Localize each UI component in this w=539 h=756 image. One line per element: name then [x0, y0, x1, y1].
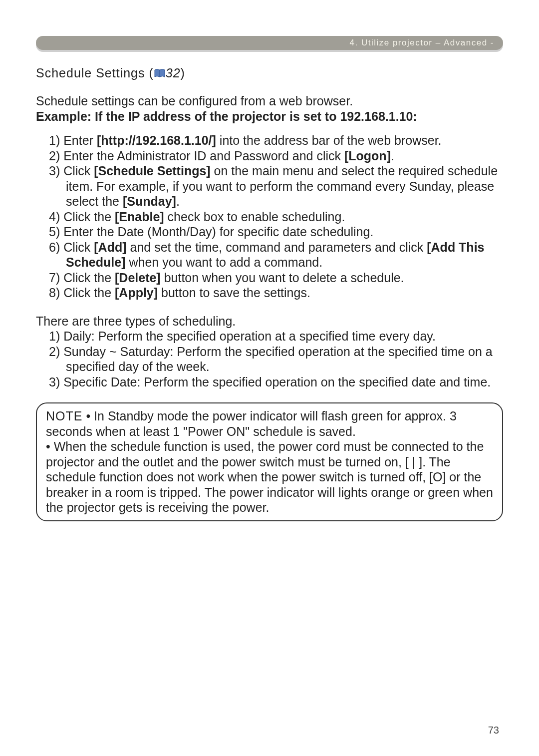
- manual-page: 4. Utilize projector – Advanced - Schedu…: [0, 0, 539, 756]
- note-label: NOTE: [46, 409, 82, 423]
- step-item: Click [Add] and set the time, command an…: [49, 240, 503, 270]
- types-intro: There are three types of scheduling.: [36, 314, 503, 329]
- section-title-suffix: ): [181, 66, 185, 80]
- type-item: Specific Date: Perform the specified ope…: [49, 375, 503, 390]
- page-ref: 32: [166, 66, 181, 80]
- page-number: 73: [488, 725, 499, 736]
- step-item: Enter the Date (Month/Day) for specific …: [49, 224, 503, 240]
- manual-icon: [154, 68, 166, 78]
- header-bar: 4. Utilize projector – Advanced -: [36, 36, 503, 53]
- note-box: NOTE • In Standby mode the power indicat…: [36, 402, 503, 521]
- type-item: Daily: Perform the specified operation a…: [49, 329, 503, 344]
- breadcrumb: 4. Utilize projector – Advanced -: [36, 36, 503, 50]
- step-item: Enter [http://192.168.1.10/] into the ad…: [49, 133, 503, 148]
- type-item: Sunday ~ Saturday: Perform the specified…: [49, 344, 503, 375]
- note-bullet-1: • In Standby mode the power indicator wi…: [46, 409, 457, 438]
- section-title: Schedule Settings (32): [36, 66, 503, 80]
- step-item: Enter the Administrator ID and Password …: [49, 148, 503, 164]
- step-item: Click the [Apply] button to save the set…: [49, 285, 503, 301]
- section-title-prefix: Schedule Settings (: [36, 66, 154, 80]
- types-list: Daily: Perform the specified operation a…: [36, 329, 503, 389]
- steps-list: Enter [http://192.168.1.10/] into the ad…: [36, 133, 503, 301]
- breadcrumb-text: 4. Utilize projector – Advanced -: [349, 38, 494, 48]
- note-bullet-2: • When the schedule function is used, th…: [46, 439, 493, 514]
- step-item: Click the [Enable] check box to enable s…: [49, 209, 503, 225]
- intro-line1: Schedule settings can be configured from…: [36, 94, 353, 108]
- step-item: Click the [Delete] button when you want …: [49, 270, 503, 286]
- example-label: Example: If the IP address of the projec…: [36, 109, 417, 123]
- intro-block: Schedule settings can be configured from…: [36, 93, 503, 124]
- step-item: Click [Schedule Settings] on the main me…: [49, 163, 503, 209]
